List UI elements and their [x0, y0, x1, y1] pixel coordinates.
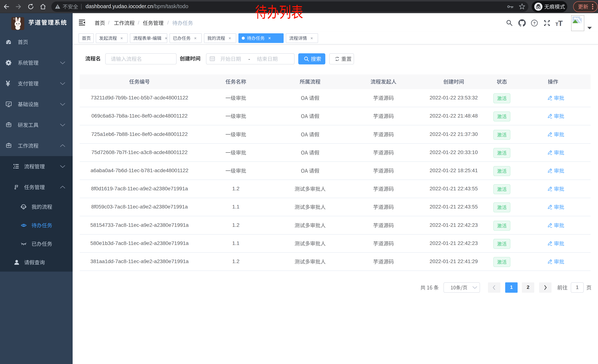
svg-text:T: T — [558, 19, 563, 27]
svg-text:?: ? — [533, 21, 536, 25]
svg-text:T: T — [555, 22, 558, 27]
